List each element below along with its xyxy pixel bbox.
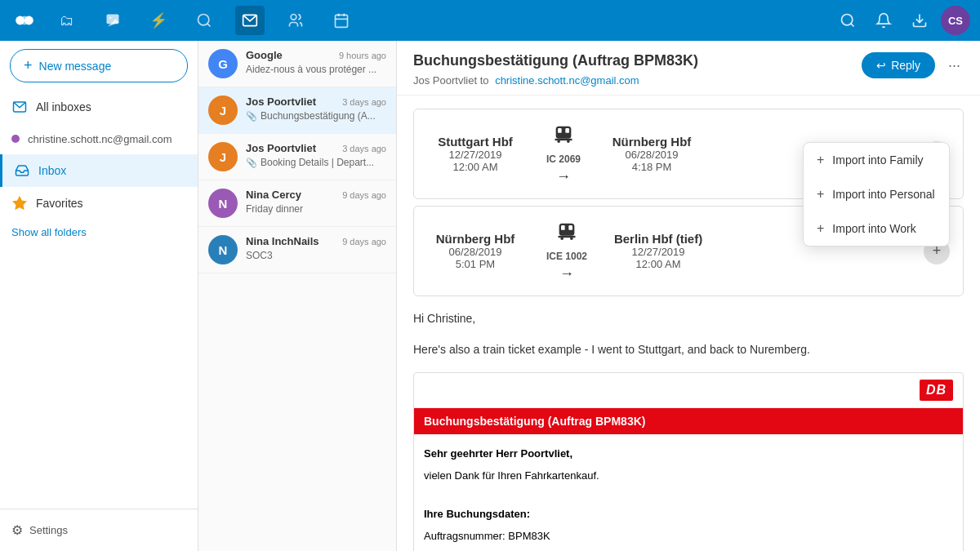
plus-personal-icon: + <box>817 187 824 202</box>
db-logo-area: DB <box>414 373 963 408</box>
import-work-item[interactable]: + Import into Work <box>804 211 949 246</box>
email-item-content: Jos Poortvliet 3 days ago 📎 Buchungsbest… <box>246 96 386 122</box>
new-message-button[interactable]: + New message <box>10 49 188 82</box>
email-body-text-1: Hi Christine, <box>413 309 964 327</box>
db-logo: DB <box>920 380 953 401</box>
sidebar-item-favorites[interactable]: Favorites ··· <box>0 187 198 220</box>
svg-point-4 <box>109 17 112 19</box>
email-item-content: Nina InchNails 9 days ago SOC3 <box>246 235 386 261</box>
settings-icon: ⚙ <box>11 522 23 538</box>
clip-icon: 📎 <box>246 111 257 122</box>
new-message-plus-icon: + <box>24 57 33 74</box>
from-station-1: Stuttgart Hbf 12/27/2019 12:00 AM <box>430 135 520 173</box>
email-content-area: Buchungsbestätigung (Auftrag BPM83K) Jos… <box>397 41 980 551</box>
avatar-google: G <box>208 49 238 78</box>
email-body: Stuttgart Hbf 12/27/2019 12:00 AM IC 206… <box>397 96 980 551</box>
plus-work-icon: + <box>817 221 824 236</box>
db-customer-number: Kundennummer: 17440465 <box>424 546 953 551</box>
email-item-jos-2[interactable]: J Jos Poortvliet 3 days ago 📎 Booking De… <box>198 134 396 180</box>
import-personal-item[interactable]: + Import into Personal <box>804 177 949 211</box>
top-navigation: 🗂 ⚡ CS <box>0 0 980 41</box>
email-preview: Aidez-nous à vous protéger ... <box>246 64 386 75</box>
svg-point-8 <box>291 15 296 20</box>
svg-point-13 <box>842 15 853 25</box>
show-all-folders-link[interactable]: Show all folders <box>0 220 198 245</box>
contacts-icon[interactable] <box>281 6 310 35</box>
svg-marker-17 <box>14 198 26 209</box>
db-thanks: vielen Dank für Ihren Fahrkartenkauf. <box>424 469 599 482</box>
svg-rect-27 <box>559 236 576 238</box>
user-avatar[interactable]: CS <box>941 6 970 35</box>
reply-button[interactable]: ↩ Reply <box>862 52 935 78</box>
train-middle-1: IC 2069 → <box>546 122 581 185</box>
email-preview: SOC3 <box>246 250 386 261</box>
email-list: G Google 9 hours ago Aidez-nous à vous p… <box>198 41 397 551</box>
svg-point-22 <box>557 140 560 144</box>
email-preview: Friday dinner <box>246 203 386 215</box>
email-item-nina-n[interactable]: N Nina InchNails 9 days ago SOC3 ··· <box>198 227 396 273</box>
account-dot-icon <box>11 135 20 143</box>
avatar-nina-n: N <box>208 235 238 264</box>
email-preview: 📎 Buchungsbestätigung (A... <box>246 110 386 122</box>
calendar-dropdown: + Import into Family + Import into Perso… <box>803 142 950 247</box>
download-icon[interactable] <box>905 6 934 35</box>
plus-family-icon: + <box>817 153 824 167</box>
sidebar-item-account[interactable]: christine.schott.nc@gmail.com ··· <box>0 123 198 154</box>
search-right-icon[interactable] <box>833 6 862 35</box>
clip-icon: 📎 <box>246 158 257 168</box>
star-icon <box>11 195 28 211</box>
sidebar-item-inbox[interactable]: Inbox ··· <box>0 154 198 187</box>
svg-point-28 <box>560 238 564 241</box>
email-item-jos-1[interactable]: J Jos Poortvliet 3 days ago 📎 Buchungsbe… <box>198 87 396 134</box>
more-options-button[interactable]: ··· <box>942 54 967 78</box>
activity-icon[interactable]: ⚡ <box>144 6 173 35</box>
inbox-all-icon <box>11 99 28 115</box>
train-icon-1 <box>552 122 575 150</box>
email-item-nina-c[interactable]: N Nina Cercy 9 days ago Friday dinner ··… <box>198 180 396 227</box>
svg-point-5 <box>198 15 209 25</box>
search-icon[interactable] <box>189 6 219 35</box>
mail-icon[interactable] <box>235 6 265 35</box>
train-card-1: Stuttgart Hbf 12/27/2019 12:00 AM IC 206… <box>413 109 964 199</box>
sidebar-bottom: ⚙ Settings <box>0 509 198 551</box>
to-station-2: Berlin Hbf (tief) 12/27/2019 12:00 AM <box>613 232 703 270</box>
sidebar: + New message All inboxes ··· christine.… <box>0 41 198 551</box>
email-item-content: Google 9 hours ago Aidez-nous à vous pro… <box>246 49 386 75</box>
notification-icon[interactable] <box>869 6 898 35</box>
train-middle-2: ICE 1002 → <box>546 220 587 282</box>
svg-rect-9 <box>336 15 348 27</box>
svg-rect-21 <box>555 139 572 140</box>
svg-point-2 <box>20 16 29 25</box>
email-preview: 📎 Booking Details | Depart... <box>246 157 386 168</box>
db-attachment: DB Buchungsbestätigung (Auftrag BPM83K) … <box>413 372 964 551</box>
avatar-jos-1: J <box>208 96 238 125</box>
email-item-google[interactable]: G Google 9 hours ago Aidez-nous à vous p… <box>198 41 396 87</box>
from-station-2: Nürnberg Hbf 06/28/2019 5:01 PM <box>430 232 520 270</box>
photos-icon[interactable] <box>98 6 127 35</box>
train-icon-2 <box>555 220 578 247</box>
train-cards: Stuttgart Hbf 12/27/2019 12:00 AM IC 206… <box>413 109 964 296</box>
svg-rect-19 <box>558 128 562 133</box>
nav-icons-left: 🗂 ⚡ <box>52 6 356 35</box>
email-item-content: Jos Poortvliet 3 days ago 📎 Booking Deta… <box>246 142 386 168</box>
avatar-jos-2: J <box>208 142 238 171</box>
inbox-icon <box>14 162 30 179</box>
email-body-text-2: Here's also a train ticket example - I w… <box>413 340 964 358</box>
files-icon[interactable]: 🗂 <box>52 6 82 35</box>
svg-point-29 <box>570 238 573 241</box>
svg-line-6 <box>207 24 211 27</box>
svg-rect-26 <box>568 225 572 230</box>
reply-icon: ↩ <box>876 59 886 72</box>
app-logo[interactable] <box>10 6 39 35</box>
settings-item[interactable]: ⚙ Settings <box>0 516 198 544</box>
email-header-bar: Buchungsbestätigung (Auftrag BPM83K) Jos… <box>397 41 980 96</box>
db-order-number: Auftragsnummer: BPM83K <box>424 527 953 545</box>
nav-icons-right: CS <box>833 6 970 35</box>
import-family-item[interactable]: + Import into Family <box>804 143 949 177</box>
db-booking-header: Ihre Buchungsdaten: <box>424 504 953 523</box>
sidebar-item-all-inboxes[interactable]: All inboxes ··· <box>0 91 198 123</box>
svg-line-14 <box>851 24 854 27</box>
db-red-header: Buchungsbestätigung (Auftrag BPM83K) <box>414 408 963 434</box>
to-station-1: Nürnberg Hbf 06/28/2019 4:18 PM <box>607 135 697 173</box>
calendar-icon[interactable] <box>327 6 356 35</box>
